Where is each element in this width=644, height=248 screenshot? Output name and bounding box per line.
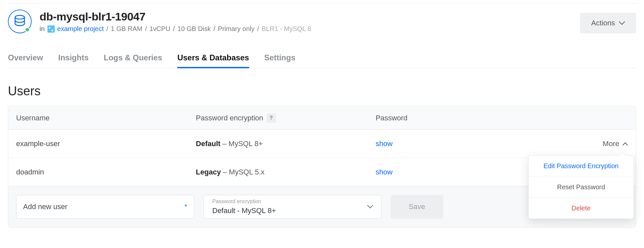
table-row: example-user Default – MySQL 8+ show Mor… xyxy=(8,130,636,158)
project-link[interactable]: example project xyxy=(57,25,104,33)
spec-mode: Primary only xyxy=(218,25,254,33)
spec-ram: 1 GB RAM xyxy=(111,25,142,33)
encryption-select[interactable]: Password encryption Default - MySQL 8+ xyxy=(203,195,381,219)
chevron-down-icon xyxy=(619,21,625,25)
tabs: Overview Insights Logs & Queries Users &… xyxy=(8,48,636,68)
header-meta: in example project / 1 GB RAM / 1vCPU / … xyxy=(40,25,311,33)
required-icon: * xyxy=(184,202,187,211)
more-button[interactable]: More xyxy=(555,140,628,148)
chevron-up-icon xyxy=(623,142,628,145)
svg-point-0 xyxy=(15,15,24,19)
popover-edit-encryption[interactable]: Edit Password Encryption xyxy=(529,156,633,176)
users-table-head: Username Password encryption ? Password xyxy=(8,107,636,130)
more-popover: Edit Password Encryption Reset Password … xyxy=(528,155,634,219)
spec-region-engine: BLR1 - MySQL 8 xyxy=(262,25,311,33)
cell-encryption: Legacy – MySQL 5.x xyxy=(196,168,375,176)
tab-insights[interactable]: Insights xyxy=(58,48,89,68)
tab-users-databases[interactable]: Users & Databases xyxy=(177,48,249,68)
col-username: Username xyxy=(16,114,196,122)
actions-button[interactable]: Actions xyxy=(580,13,636,33)
cell-username: doadmin xyxy=(16,168,196,176)
tab-settings[interactable]: Settings xyxy=(264,48,296,68)
project-icon xyxy=(47,25,55,33)
encryption-select-label: Password encryption xyxy=(212,199,261,204)
in-label: in xyxy=(40,25,45,33)
save-button[interactable]: Save xyxy=(391,195,443,219)
tab-overview[interactable]: Overview xyxy=(8,48,43,68)
spec-disk: 10 GB Disk xyxy=(177,25,211,33)
encryption-select-value: Default - MySQL 8+ xyxy=(212,206,374,215)
popover-delete[interactable]: Delete xyxy=(529,198,633,219)
new-username-placeholder: Add new user xyxy=(23,202,68,211)
users-heading: Users xyxy=(8,84,636,98)
users-table: Username Password encryption ? Password … xyxy=(8,106,636,228)
cell-encryption: Default – MySQL 8+ xyxy=(196,140,375,148)
col-encryption: Password encryption xyxy=(196,114,263,122)
col-password: Password xyxy=(376,114,555,122)
status-dot-icon xyxy=(25,27,30,32)
page-title: db-mysql-blr1-19047 xyxy=(40,10,311,23)
cell-username: example-user xyxy=(16,140,196,148)
show-password-link[interactable]: show xyxy=(376,168,393,176)
page-header: db-mysql-blr1-19047 in example project /… xyxy=(8,3,636,33)
help-icon[interactable]: ? xyxy=(267,113,276,123)
new-username-input[interactable]: Add new user * xyxy=(16,195,194,219)
popover-reset-password[interactable]: Reset Password xyxy=(529,176,633,198)
chevron-down-icon xyxy=(367,205,373,209)
spec-cpu: 1vCPU xyxy=(149,25,170,33)
database-icon xyxy=(8,10,32,33)
actions-label: Actions xyxy=(591,19,615,27)
more-label: More xyxy=(603,140,619,148)
tab-logs-queries[interactable]: Logs & Queries xyxy=(104,48,162,68)
show-password-link[interactable]: show xyxy=(376,140,393,148)
